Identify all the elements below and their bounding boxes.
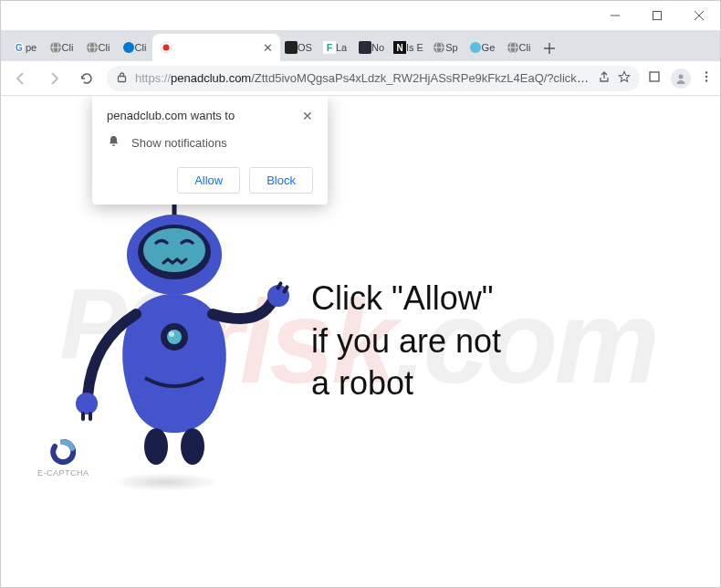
tab-close-button[interactable]: ✕ — [263, 41, 273, 55]
svg-rect-46 — [81, 412, 85, 421]
tab-strip: Gpe Cli Cli Cli ✕ OS FLa No NIs E Sp Ge … — [1, 30, 720, 61]
site-icon — [359, 41, 371, 54]
svg-point-32 — [705, 75, 708, 78]
svg-rect-28 — [119, 76, 126, 81]
svg-point-12 — [123, 42, 134, 53]
tab-label: La — [336, 42, 347, 53]
toolbar: https://penadclub.com/Zttd5ivoMQgsaPs4xL… — [1, 61, 720, 96]
tab-3[interactable]: Cli — [116, 34, 152, 61]
message-line-1: Click "Allow" — [311, 278, 501, 320]
window-titlebar — [1, 1, 720, 30]
permission-title: penadclub.com wants to — [107, 109, 235, 122]
site-icon: F — [323, 41, 336, 54]
svg-point-30 — [679, 74, 684, 79]
svg-point-14 — [163, 45, 170, 51]
svg-rect-1 — [653, 12, 662, 20]
tab-0[interactable]: Gpe — [6, 34, 43, 61]
window-maximize-button[interactable] — [636, 1, 678, 30]
maximize-icon — [653, 11, 662, 20]
tab-label: Is E — [406, 42, 423, 53]
url-domain: penadclub.com — [171, 71, 251, 85]
tab-10[interactable]: Ge — [464, 34, 500, 61]
svg-point-33 — [705, 79, 708, 82]
captcha-icon — [50, 439, 76, 465]
svg-point-43 — [169, 331, 174, 337]
close-icon — [695, 11, 704, 20]
permission-body: Show notifications — [131, 136, 227, 150]
minimize-icon — [611, 11, 620, 20]
tab-label: OS — [298, 42, 312, 53]
url-text: https://penadclub.com/Zttd5ivoMQgsaPs4xL… — [135, 71, 590, 85]
tab-label: Sp — [445, 42, 457, 53]
tab-label: No — [371, 42, 384, 53]
svg-point-40 — [143, 228, 205, 272]
reload-button[interactable] — [74, 66, 99, 91]
url-scheme: https:// — [135, 71, 171, 85]
svg-text:N: N — [396, 43, 402, 53]
arrow-right-icon — [47, 71, 61, 86]
url-path: /Zttd5ivoMQgsaPs4xLdzk_RW2HjASsRPe9kFkzL… — [251, 71, 590, 85]
site-icon — [469, 41, 482, 54]
tab-label: Cli — [99, 42, 110, 53]
profile-avatar[interactable] — [671, 68, 691, 89]
svg-point-31 — [705, 71, 708, 74]
extensions-icon[interactable] — [647, 69, 662, 88]
reload-icon — [79, 71, 94, 86]
notification-permission-dialog: penadclub.com wants to ✕ Show notificati… — [92, 96, 328, 205]
page-content: PC risk .com penadclub.com wants to ✕ Sh… — [1, 96, 720, 587]
browser-window: Gpe Cli Cli Cli ✕ OS FLa No NIs E Sp Ge … — [0, 0, 721, 588]
star-icon[interactable] — [618, 70, 631, 86]
tab-label: Ge — [482, 42, 496, 53]
kebab-icon — [700, 70, 713, 83]
permission-close-button[interactable]: ✕ — [302, 109, 313, 123]
address-bar[interactable]: https://penadclub.com/Zttd5ivoMQgsaPs4xL… — [107, 66, 640, 91]
tab-1[interactable]: Cli — [43, 34, 79, 61]
arrow-left-icon — [14, 71, 28, 86]
globe-icon — [433, 41, 445, 54]
message-line-2: if you are not — [311, 320, 501, 363]
captcha-badge: E-CAPTCHA — [37, 439, 89, 478]
captcha-message: Click "Allow" if you are not a robot — [311, 278, 501, 405]
tab-label: Cli — [519, 42, 531, 53]
svg-rect-47 — [89, 412, 92, 421]
toolbar-right — [647, 68, 713, 89]
edge-icon — [122, 41, 135, 54]
menu-button[interactable] — [700, 70, 713, 87]
tab-6[interactable]: FLa — [317, 34, 353, 61]
new-tab-button[interactable] — [537, 36, 562, 61]
tab-label: Cli — [135, 42, 147, 53]
tab-7[interactable]: No — [353, 34, 390, 61]
tab-8[interactable]: NIs E — [390, 34, 427, 61]
tab-5[interactable]: OS — [280, 34, 317, 61]
allow-button[interactable]: Allow — [177, 167, 240, 194]
forward-button[interactable] — [41, 66, 67, 91]
block-button[interactable]: Block — [249, 167, 313, 194]
svg-point-42 — [167, 330, 182, 344]
share-icon[interactable] — [598, 70, 611, 86]
svg-point-53 — [181, 428, 204, 465]
site-icon: N — [393, 41, 406, 54]
message-line-3: a robot — [311, 362, 501, 405]
captcha-label: E-CAPTCHA — [37, 468, 89, 478]
back-button[interactable] — [8, 66, 34, 91]
lock-icon — [116, 71, 128, 86]
window-close-button[interactable] — [678, 1, 720, 30]
recording-icon — [160, 41, 172, 54]
tab-9[interactable]: Sp — [427, 34, 464, 61]
window-minimize-button[interactable] — [594, 1, 636, 30]
tab-label: pe — [26, 42, 37, 53]
tab-4-active[interactable]: ✕ — [152, 34, 280, 61]
plus-icon — [544, 43, 555, 54]
person-icon — [674, 72, 687, 85]
svg-text:F: F — [327, 42, 333, 53]
svg-rect-29 — [650, 72, 659, 81]
tab-label: Cli — [62, 42, 74, 53]
globe-icon — [49, 41, 62, 54]
tab-11[interactable]: Cli — [500, 34, 537, 61]
svg-text:G: G — [16, 43, 23, 53]
bell-icon — [107, 134, 120, 151]
tab-2[interactable]: Cli — [79, 34, 116, 61]
svg-point-52 — [144, 428, 168, 465]
svg-point-45 — [76, 393, 98, 415]
globe-icon — [507, 41, 519, 54]
